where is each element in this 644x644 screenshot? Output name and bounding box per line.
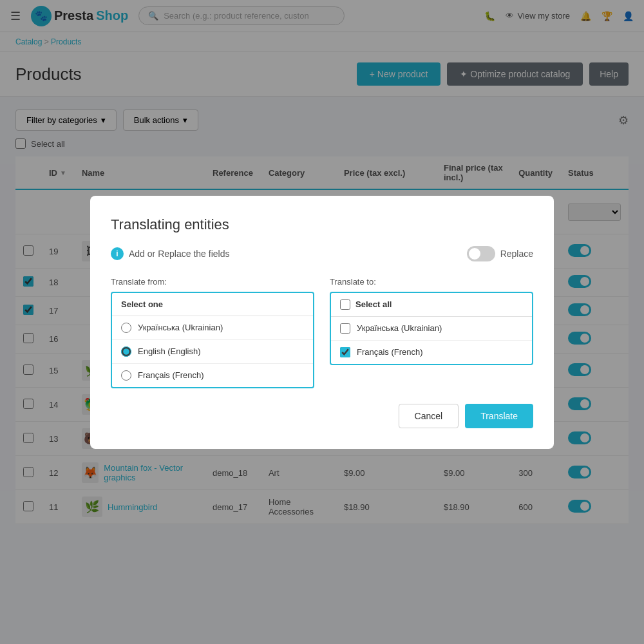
to-option-uk[interactable]: Українська (Ukrainian) (331, 317, 532, 341)
from-radio-uk[interactable] (121, 323, 131, 333)
modal-footer: Cancel Translate (111, 404, 533, 428)
to-header-text: Select all (355, 299, 392, 309)
translate-button[interactable]: Translate (465, 404, 533, 428)
translate-to-col: Translate to: Select all Українська (Ukr… (330, 277, 533, 388)
to-lang-fr-label: Français (French) (357, 347, 423, 357)
cancel-button[interactable]: Cancel (399, 404, 459, 428)
from-option-en[interactable]: English (English) (112, 340, 313, 364)
translate-to-label: Translate to: (330, 277, 533, 287)
replace-toggle-group: Replace (467, 246, 533, 261)
from-lang-en-label: English (English) (138, 346, 201, 356)
info-icon: i (111, 247, 124, 260)
translate-from-col: Translate from: Select one Українська (U… (111, 277, 314, 388)
to-option-fr[interactable]: Français (French) (331, 341, 532, 364)
from-lang-uk-label: Українська (Ukrainian) (138, 323, 223, 332)
replace-label: Replace (500, 249, 533, 259)
modal-info-text: Add or Replace the fields (129, 249, 229, 259)
to-checkbox-uk[interactable] (340, 323, 350, 334)
modal-columns: Translate from: Select one Українська (U… (111, 277, 533, 388)
from-header-text: Select one (121, 299, 163, 309)
translate-from-label: Translate from: (111, 277, 314, 287)
to-checkbox-fr[interactable] (340, 347, 350, 357)
from-radio-fr[interactable] (121, 370, 131, 381)
from-option-uk[interactable]: Українська (Ukrainian) (112, 316, 313, 340)
to-select-box: Select all Українська (Ukrainian) França… (330, 292, 533, 365)
from-select-header: Select one (112, 293, 313, 316)
to-select-header: Select all (331, 293, 532, 317)
from-select-box: Select one Українська (Ukrainian) Englis… (111, 292, 314, 388)
to-lang-uk-label: Українська (Ukrainian) (357, 323, 442, 333)
to-select-all-checkbox[interactable] (340, 299, 350, 310)
modal-title: Translating entities (111, 216, 533, 233)
modal-info-row: i Add or Replace the fields Replace (111, 246, 533, 261)
from-radio-en[interactable] (121, 346, 131, 357)
replace-toggle[interactable] (467, 246, 495, 261)
translating-entities-modal: Translating entities i Add or Replace th… (90, 196, 554, 449)
modal-overlay: Translating entities i Add or Replace th… (0, 0, 644, 537)
from-option-fr[interactable]: Français (French) (112, 364, 313, 387)
from-lang-fr-label: Français (French) (138, 370, 204, 380)
